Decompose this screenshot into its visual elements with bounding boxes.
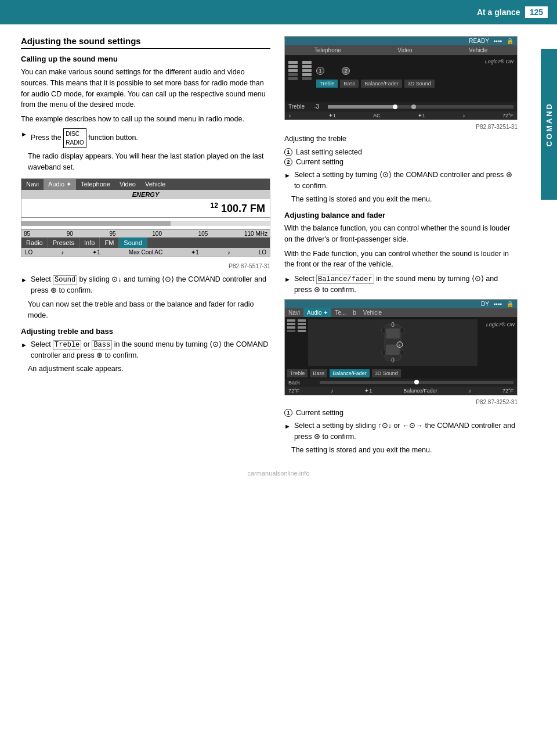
radio-nav-navi: Navi — [21, 179, 44, 190]
treble-tab-bass: Bass — [340, 80, 359, 88]
bullet-arrow-icon: ► — [21, 129, 27, 148]
page-label: At a glance — [477, 8, 520, 17]
balance-vu-seg2 — [298, 326, 306, 329]
status-star2: ✦1 — [191, 249, 199, 255]
balance-back-label: Back — [288, 380, 317, 386]
bass-ui-element: Bass — [92, 340, 112, 350]
para1: You can make various sound settings for … — [21, 67, 270, 110]
balance-nav-navi: Navi — [285, 308, 303, 317]
treble-ready: READY — [469, 38, 489, 44]
radio-freq-display: 12 100.7 FM — [21, 199, 270, 217]
bullet-press-disc: ► Press the DISCRADIO function button. — [21, 128, 270, 148]
treble-tab-treble: Treble — [316, 80, 338, 88]
balance-top-bar: DY ▪▪▪▪ 🔒 — [285, 300, 517, 308]
status-maxcool: Max Cool AC — [129, 249, 162, 255]
balance-vu-seg2 — [298, 319, 306, 322]
radio-photo-ref: P82.87-5517-31 — [21, 263, 270, 269]
bullet-treble-select-content: Select a setting by turning ⟨⊙⟩ the COMA… — [294, 170, 518, 192]
radio-display-screenshot: Navi Audio ✦ Telephone Video Vehicle ENE… — [21, 178, 270, 257]
balance-tab-bass: Bass — [310, 369, 327, 377]
treble-tabs-row: Treble Bass Balance/Fader 3D Sound — [316, 80, 513, 88]
radio-bottom-presets: Presets — [48, 237, 79, 248]
treble-caption: Adjusting the treble — [284, 134, 518, 145]
treble-vu-col — [288, 61, 298, 98]
bullet-arrow3-icon: ► — [21, 340, 27, 361]
scale-90: 90 — [67, 231, 73, 237]
balance-status-star1: ✦1 — [364, 388, 372, 394]
bullet-press-disc-content: Press the DISCRADIO function button. — [31, 128, 270, 148]
balance-logic7: Logic7® ON — [480, 322, 515, 327]
circle-balance-1: 1 — [284, 409, 292, 417]
radio-nav-telephone: Telephone — [76, 179, 115, 190]
svg-point-5 — [381, 350, 385, 356]
balance-vu-seg2 — [298, 330, 306, 332]
treble-val-label: Treble — [288, 103, 312, 110]
radio-bottom-fm: FM — [100, 237, 119, 248]
radio-band-bar — [21, 221, 270, 226]
bullet-select-sound: ► Select Sound by sliding ⊙↓ and turning… — [21, 274, 270, 296]
subsection1-title: Calling up the sound menu — [21, 55, 270, 63]
radio-scale-row: 85 90 95 100 105 110 MHz — [21, 230, 270, 237]
radio-nav-vehicle: Vehicle — [140, 179, 170, 190]
page-number: 125 — [525, 6, 548, 18]
balance-zero-top: 0 — [391, 322, 395, 328]
header-bar: At a glance 125 — [0, 0, 557, 24]
right-column: READY ▪▪▪▪ 🔒 Telephone Video Vehicle — [284, 36, 536, 458]
treble-vu-seg2 — [302, 69, 312, 72]
bullet-treble-select: ► Select a setting by turning ⟨⊙⟩ the CO… — [284, 170, 518, 192]
svg-rect-1 — [386, 328, 400, 339]
balance-nav-te: Te... — [331, 308, 349, 317]
balance-back-marker — [414, 380, 419, 384]
treble-tab-balance: Balance/Fader — [361, 80, 402, 88]
bullet-select-sound-content: Select Sound by sliding ⊙↓ and turning ⟨… — [31, 274, 270, 296]
balance-vu-seg2 — [298, 323, 306, 325]
treble-nav-telephone: Telephone — [312, 46, 343, 54]
radio-nav-video: Video — [115, 179, 140, 190]
current-setting-text: Current setting — [296, 158, 343, 166]
treble-vu-seg — [288, 65, 298, 68]
treble-tab-3d: 3D Sound — [404, 80, 435, 88]
bullet-treble-content: Select Treble or Bass in the sound menu … — [31, 339, 270, 361]
treble-top-bar: READY ▪▪▪▪ 🔒 — [285, 37, 517, 45]
last-setting-text: Last setting selected — [296, 148, 362, 156]
status-lo: LO — [25, 249, 32, 255]
circle-1: 1 — [284, 148, 292, 156]
status-star1: ✦1 — [92, 249, 100, 255]
treble-status-note2: ♪ — [462, 113, 465, 118]
status-note1: ♪ — [61, 249, 64, 255]
treble-sub-text: An adjustment scale appears. — [28, 363, 270, 375]
radio-status-row: LO ♪ ✦1 Max Cool AC ✦1 ♪ LO — [21, 248, 270, 257]
treble-vu-seg2 — [302, 73, 312, 76]
balance-vu-col2 — [298, 319, 306, 366]
function-button-label: function button. — [88, 134, 138, 142]
balance-ui-element: Balance/fader — [316, 275, 374, 284]
treble-vu-seg2 — [302, 61, 312, 64]
treble-vu-seg — [288, 73, 298, 76]
radio-band-row — [21, 217, 270, 230]
balance-dy: DY — [481, 301, 489, 307]
scale-105: 105 — [198, 231, 208, 237]
balance-status-temp1: 72°F — [288, 388, 299, 394]
balance-lock-icon: 🔒 — [507, 301, 513, 307]
treble-vu-seg — [288, 61, 298, 64]
treble-vu-seg2 — [302, 77, 312, 80]
balance-right-col: Logic7® ON — [480, 319, 515, 366]
balance-title: Adjusting balance and fader — [284, 211, 518, 219]
sound-ui-element: Sound — [53, 275, 77, 285]
bullet-balance-select: ► Select a setting by sliding ↑⊙↓ or ←⊙→… — [284, 420, 518, 442]
balance-nav-audio: Audio ✦ — [303, 308, 331, 317]
svg-text:1: 1 — [399, 343, 400, 346]
sound-sub-text: You can now set the treble and bass or t… — [28, 299, 270, 321]
circle-2-icon: 2 — [342, 67, 350, 75]
radio-energy-label: ENERGY — [21, 190, 270, 199]
treble-bar-inner — [328, 105, 393, 109]
treble-bar-wrap — [328, 105, 513, 109]
bullet-balance-select-content: Select a setting by sliding ↑⊙↓ or ←⊙→ t… — [294, 420, 518, 442]
scale-100: 100 — [152, 231, 162, 237]
bullet-arrow-balance-icon: ► — [284, 275, 291, 296]
balance-zero-bottom: 0 — [391, 357, 395, 363]
treble-vu-seg2 — [302, 65, 312, 68]
treble-screenshot: READY ▪▪▪▪ 🔒 Telephone Video Vehicle — [284, 36, 518, 120]
subsection3-title: Adjusting treble and bass — [21, 327, 270, 336]
scale-95: 95 — [110, 231, 116, 237]
